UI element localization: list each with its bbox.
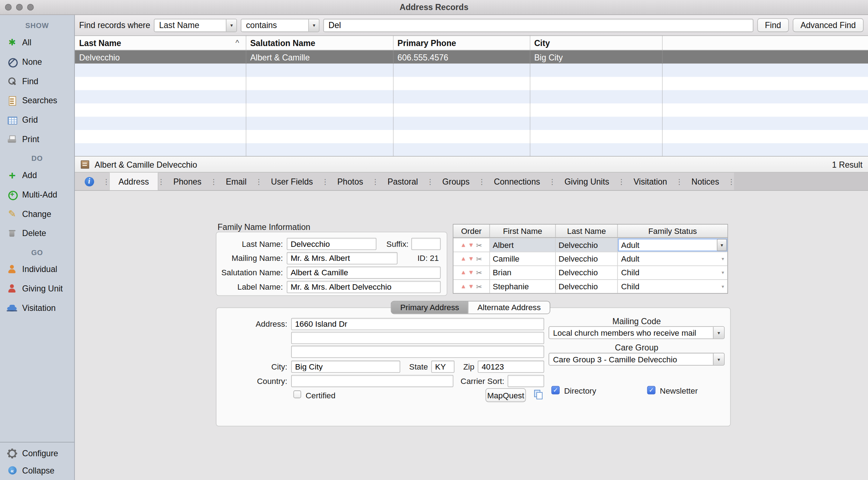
result-row-empty[interactable] — [75, 143, 868, 157]
result-row-empty[interactable] — [75, 90, 868, 104]
sidebar-item-add[interactable]: Add — [0, 166, 74, 185]
column-header-primary-phone[interactable]: Primary Phone — [393, 36, 530, 50]
certified-checkbox[interactable] — [294, 390, 301, 398]
record-info-button[interactable] — [75, 173, 103, 190]
directory-checkbox[interactable] — [551, 386, 560, 394]
tab-visitation[interactable]: Visitation — [624, 173, 676, 190]
primary-address-tab[interactable]: Primary Address — [392, 302, 468, 314]
sidebar-item-delete[interactable]: Delete — [0, 223, 74, 243]
column-divider[interactable] — [662, 36, 663, 156]
tab-photos[interactable]: Photos — [328, 173, 372, 190]
cut-member-button[interactable]: ✂ — [476, 255, 482, 263]
move-up-button[interactable]: ▲ — [461, 270, 466, 275]
tab-address[interactable]: Address — [109, 173, 158, 190]
sidebar-item-giving-unit[interactable]: Giving Unit — [0, 279, 74, 298]
sidebar-item-configure[interactable]: Configure — [0, 445, 74, 462]
result-row-empty[interactable] — [75, 77, 868, 90]
member-row[interactable]: ▲▼✂BrianDelvecchioChild▾ — [453, 266, 728, 279]
sidebar-item-print[interactable]: Print — [0, 130, 74, 149]
sidebar-item-individual[interactable]: Individual — [0, 259, 74, 279]
result-row-empty[interactable] — [75, 130, 868, 143]
address-line3-input[interactable] — [291, 346, 544, 358]
tab-groups[interactable]: Groups — [433, 173, 479, 190]
move-up-button[interactable]: ▲ — [461, 284, 466, 289]
column-header-city[interactable]: City — [530, 36, 662, 50]
move-down-button[interactable]: ▼ — [468, 256, 474, 262]
tab-connections[interactable]: Connections — [484, 173, 549, 190]
column-header-last-name[interactable]: Last Name^ — [75, 36, 246, 50]
result-row-selected[interactable]: DelvecchioAlbert & Camille606.555.4576Bi… — [75, 50, 868, 64]
family-status-dropdown[interactable]: Child▾ — [618, 280, 727, 293]
sidebar-item-grid[interactable]: Grid — [0, 110, 74, 130]
mapquest-button[interactable]: MapQuest — [486, 388, 526, 402]
mailing-name-input[interactable] — [287, 252, 397, 264]
cut-member-button[interactable]: ✂ — [476, 282, 482, 291]
family-status-dropdown[interactable]: Child▾ — [618, 266, 727, 279]
cut-member-button[interactable]: ✂ — [476, 241, 482, 249]
tab-notices[interactable]: Notices — [682, 173, 729, 190]
sidebar-item-change[interactable]: Change — [0, 204, 74, 223]
country-input[interactable] — [291, 375, 453, 387]
column-header-blank[interactable] — [662, 36, 868, 50]
column-divider[interactable] — [246, 36, 246, 156]
family-status-dropdown[interactable]: Adult▾ — [618, 252, 727, 266]
cut-member-button[interactable]: ✂ — [476, 268, 482, 277]
sidebar-item-visitation[interactable]: Visitation — [0, 298, 74, 317]
close-window-button[interactable] — [5, 4, 12, 10]
address-type-segmented-control: Primary Address Alternate Address — [391, 301, 550, 314]
tab-giving-units[interactable]: Giving Units — [555, 173, 619, 190]
address-panel: Address: City: State Zip Country: Carrie… — [216, 308, 730, 426]
column-divider[interactable] — [530, 36, 531, 156]
result-row-empty[interactable] — [75, 103, 868, 117]
result-row-empty[interactable] — [75, 64, 868, 77]
suffix-input[interactable] — [411, 238, 440, 250]
sidebar-item-none[interactable]: None — [0, 52, 74, 71]
tab-separator: ⋮ — [619, 173, 624, 190]
care-group-dropdown[interactable]: Care Group 3 - Camille Delvecchio ▾ — [549, 353, 725, 366]
mailing-code-dropdown[interactable]: Local church members who receive mail ▾ — [549, 326, 725, 339]
find-operator-dropdown[interactable]: contains ▾ — [241, 18, 319, 32]
sidebar-item-multi-add[interactable]: Multi-Add — [0, 185, 74, 204]
copy-address-icon[interactable] — [533, 389, 543, 399]
alternate-address-tab[interactable]: Alternate Address — [468, 302, 550, 314]
member-row[interactable]: ▲▼✂StephanieDelvecchioChild▾ — [453, 279, 728, 293]
window-title: Address Records — [0, 0, 868, 14]
column-divider[interactable] — [393, 36, 394, 156]
move-up-button[interactable]: ▲ — [461, 256, 466, 262]
tab-email[interactable]: Email — [216, 173, 256, 190]
label-name-input[interactable] — [287, 281, 440, 293]
newsletter-checkbox[interactable] — [647, 386, 656, 394]
address-line1-input[interactable] — [291, 318, 544, 330]
tab-separator: ⋮ — [729, 173, 734, 190]
tab-pastoral[interactable]: Pastoral — [378, 173, 428, 190]
move-down-button[interactable]: ▼ — [468, 284, 474, 289]
sidebar-item-all[interactable]: All — [0, 33, 74, 52]
member-row[interactable]: ▲▼✂CamilleDelvecchioAdult▾ — [453, 252, 728, 265]
zip-input[interactable] — [478, 361, 544, 373]
sidebar-item-searches[interactable]: Searches — [0, 91, 74, 110]
city-input[interactable] — [291, 361, 400, 373]
salutation-name-input[interactable] — [287, 267, 440, 279]
minimize-window-button[interactable] — [16, 4, 23, 10]
find-query-input[interactable] — [323, 18, 753, 32]
mailing-code-label: Mailing Code — [549, 316, 725, 326]
member-row[interactable]: ▲▼✂AlbertDelvecchioAdult▾ — [453, 238, 728, 252]
chevron-down-icon[interactable]: ▾ — [717, 239, 727, 251]
find-button[interactable]: Find — [757, 18, 789, 32]
column-header-salutation-name[interactable]: Salutation Name — [246, 36, 393, 50]
tab-phones[interactable]: Phones — [164, 173, 211, 190]
zoom-window-button[interactable] — [27, 4, 33, 10]
address-line2-input[interactable] — [291, 332, 544, 344]
advanced-find-button[interactable]: Advanced Find — [793, 18, 864, 32]
carrier-sort-input[interactable] — [507, 375, 544, 387]
sidebar-item-find[interactable]: Find — [0, 71, 74, 91]
sidebar-item-collapse[interactable]: Collapse — [0, 462, 74, 479]
move-down-button[interactable]: ▼ — [468, 242, 474, 248]
move-down-button[interactable]: ▼ — [468, 270, 474, 275]
sidebar-item-label: All — [22, 38, 31, 47]
move-up-button[interactable]: ▲ — [461, 242, 466, 248]
find-field-dropdown[interactable]: Last Name ▾ — [154, 18, 237, 32]
tab-user-fields[interactable]: User Fields — [261, 173, 322, 190]
family-status-dropdown[interactable]: Adult▾ — [618, 238, 727, 252]
result-row-empty[interactable] — [75, 117, 868, 130]
